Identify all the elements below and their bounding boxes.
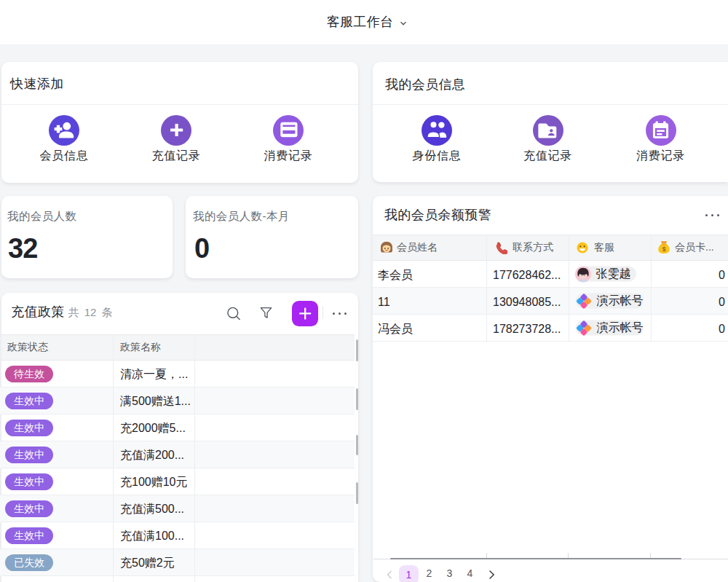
svg-text:$: $ (662, 245, 666, 253)
